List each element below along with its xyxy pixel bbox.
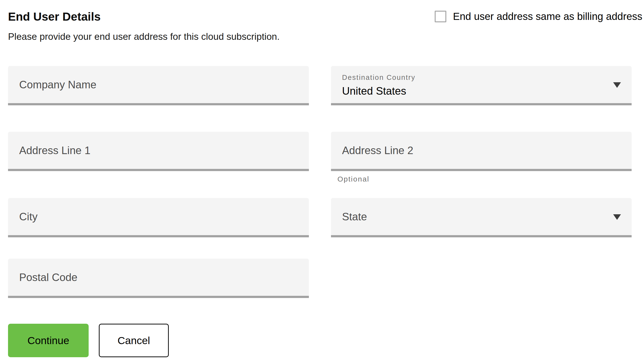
postal-code-input[interactable]: [8, 259, 309, 296]
billing-same-checkbox[interactable]: [435, 11, 446, 22]
page-subtitle: Please provide your end user address for…: [8, 31, 280, 42]
address-line-1-field: [8, 132, 309, 171]
address-line-2-input[interactable]: [331, 132, 632, 169]
address-line-1-cell: [8, 132, 309, 171]
company-name-input[interactable]: [8, 66, 309, 103]
chevron-down-icon: [613, 82, 621, 88]
billing-address-checkbox-row[interactable]: End user address same as billing address: [435, 11, 642, 22]
form-row-1: Destination Country United States: [8, 66, 631, 105]
company-name-field: [8, 66, 309, 105]
form-row-4: [8, 259, 631, 298]
postal-code-field: [8, 259, 309, 298]
address-line-2-cell: Optional: [331, 132, 632, 183]
chevron-down-icon: [613, 214, 621, 220]
state-select[interactable]: State: [331, 198, 632, 237]
company-name-cell: [8, 66, 309, 105]
page-title: End User Details: [8, 10, 280, 24]
continue-button[interactable]: Continue: [8, 324, 89, 357]
destination-country-label: Destination Country: [331, 66, 632, 82]
postal-code-cell: [8, 259, 309, 298]
form-buttons: Continue Cancel: [8, 324, 631, 357]
page-header: End User Details Please provide your end…: [8, 10, 280, 42]
city-field: [8, 198, 309, 237]
address-line-2-field: [331, 132, 632, 171]
destination-country-value: United States: [331, 82, 632, 98]
city-input[interactable]: [8, 198, 309, 235]
state-cell: State: [331, 198, 632, 237]
state-placeholder: State: [331, 198, 632, 235]
form-row-3: State: [8, 198, 631, 237]
cancel-button[interactable]: Cancel: [99, 324, 169, 357]
city-cell: [8, 198, 309, 237]
destination-country-cell: Destination Country United States: [331, 66, 632, 105]
address-line-2-helper: Optional: [331, 175, 632, 183]
address-line-1-input[interactable]: [8, 132, 309, 169]
destination-country-select[interactable]: Destination Country United States: [331, 66, 632, 105]
end-user-details-form: Destination Country United States Option…: [8, 66, 631, 357]
billing-same-checkbox-label[interactable]: End user address same as billing address: [453, 11, 642, 22]
form-row-2: Optional: [8, 132, 631, 183]
